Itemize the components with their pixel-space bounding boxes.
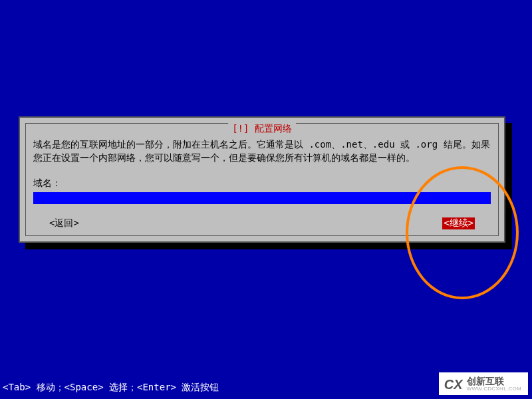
watermark-logo: CX 创新互联 WWW.CDCXHL.COM — [439, 372, 528, 395]
dialog-title: [!] 配置网络 — [228, 123, 296, 135]
back-button[interactable]: <返回> — [49, 217, 79, 229]
installer-screen: [!] 配置网络 域名是您的互联网地址的一部分，附加在主机名之后。它通常是以 .… — [0, 0, 532, 399]
domain-field-label: 域名： — [33, 178, 61, 190]
watermark-text: 创新互联 WWW.CDCXHL.COM — [467, 376, 521, 392]
domain-input[interactable] — [33, 192, 491, 204]
watermark-name: 创新互联 — [467, 376, 521, 386]
continue-button[interactable]: <继续> — [442, 217, 475, 229]
configure-network-dialog: [!] 配置网络 域名是您的互联网地址的一部分，附加在主机名之后。它通常是以 .… — [19, 116, 505, 243]
footer-hint: <Tab> 移动；<Space> 选择；<Enter> 激活按钮 — [3, 382, 219, 394]
dialog-description: 域名是您的互联网地址的一部分，附加在主机名之后。它通常是以 .com、.net、… — [33, 138, 491, 164]
watermark-url: WWW.CDCXHL.COM — [467, 386, 521, 392]
watermark-icon: CX — [444, 378, 463, 391]
